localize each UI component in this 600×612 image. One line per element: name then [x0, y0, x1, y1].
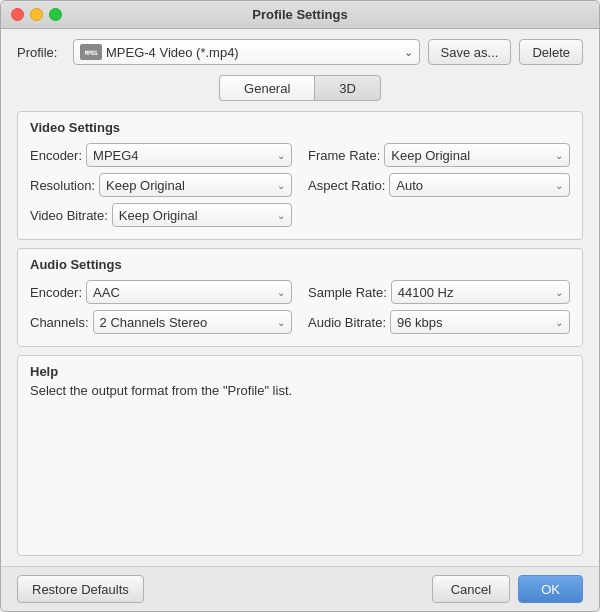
profile-dropdown-arrow-icon: ⌄: [404, 46, 413, 59]
audio-encoder-arrow-icon: ⌄: [277, 287, 285, 298]
encoder-select[interactable]: MPEG4 ⌄: [86, 143, 292, 167]
audio-bitrate-label: Audio Bitrate:: [308, 315, 386, 330]
profile-label: Profile:: [17, 45, 65, 60]
profile-settings-window: Profile Settings Profile: MPEG MPEG-4 Vi…: [0, 0, 600, 612]
bottom-bar: Restore Defaults Cancel OK: [1, 566, 599, 611]
sample-rate-label: Sample Rate:: [308, 285, 387, 300]
audio-bitrate-value: 96 kbps: [397, 315, 443, 330]
audio-settings-section: Audio Settings Encoder: AAC ⌄ Sample Rat…: [17, 248, 583, 347]
audio-bitrate-row: Audio Bitrate: 96 kbps ⌄: [308, 310, 570, 334]
close-button[interactable]: [11, 8, 24, 21]
profile-select-icon: MPEG: [80, 44, 102, 60]
tab-general[interactable]: General: [219, 75, 314, 101]
channels-row: Channels: 2 Channels Stereo ⌄: [30, 310, 292, 334]
tab-3d[interactable]: 3D: [314, 75, 381, 101]
profile-select[interactable]: MPEG MPEG-4 Video (*.mp4) ⌄: [73, 39, 420, 65]
video-bitrate-row: Video Bitrate: Keep Original ⌄: [30, 203, 292, 227]
frame-rate-value: Keep Original: [391, 148, 470, 163]
tabs-row: General 3D: [17, 75, 583, 101]
audio-encoder-select[interactable]: AAC ⌄: [86, 280, 292, 304]
delete-button[interactable]: Delete: [519, 39, 583, 65]
aspect-ratio-value: Auto: [396, 178, 423, 193]
help-title: Help: [30, 364, 570, 379]
channels-value: 2 Channels Stereo: [100, 315, 208, 330]
resolution-label: Resolution:: [30, 178, 95, 193]
encoder-arrow-icon: ⌄: [277, 150, 285, 161]
help-text: Select the output format from the "Profi…: [30, 383, 570, 398]
resolution-value: Keep Original: [106, 178, 185, 193]
video-settings-title: Video Settings: [30, 120, 570, 135]
encoder-row: Encoder: MPEG4 ⌄: [30, 143, 292, 167]
title-bar: Profile Settings: [1, 1, 599, 29]
bottom-right-buttons: Cancel OK: [432, 575, 583, 603]
restore-defaults-button[interactable]: Restore Defaults: [17, 575, 144, 603]
resolution-arrow-icon: ⌄: [277, 180, 285, 191]
sample-rate-value: 44100 Hz: [398, 285, 454, 300]
video-settings-section: Video Settings Encoder: MPEG4 ⌄ Frame Ra…: [17, 111, 583, 240]
audio-settings-title: Audio Settings: [30, 257, 570, 272]
audio-encoder-value: AAC: [93, 285, 120, 300]
audio-encoder-row: Encoder: AAC ⌄: [30, 280, 292, 304]
resolution-row: Resolution: Keep Original ⌄: [30, 173, 292, 197]
profile-row: Profile: MPEG MPEG-4 Video (*.mp4) ⌄ Sav…: [17, 39, 583, 65]
encoder-value: MPEG4: [93, 148, 139, 163]
sample-rate-row: Sample Rate: 44100 Hz ⌄: [308, 280, 570, 304]
video-bitrate-value: Keep Original: [119, 208, 198, 223]
save-as-button[interactable]: Save as...: [428, 39, 512, 65]
help-section: Help Select the output format from the "…: [17, 355, 583, 556]
sample-rate-select[interactable]: 44100 Hz ⌄: [391, 280, 570, 304]
video-settings-grid: Encoder: MPEG4 ⌄ Frame Rate: Keep Origin…: [30, 143, 570, 227]
frame-rate-label: Frame Rate:: [308, 148, 380, 163]
minimize-button[interactable]: [30, 8, 43, 21]
profile-select-text: MPEG-4 Video (*.mp4): [106, 45, 400, 60]
channels-select[interactable]: 2 Channels Stereo ⌄: [93, 310, 292, 334]
aspect-ratio-label: Aspect Ratio:: [308, 178, 385, 193]
resolution-select[interactable]: Keep Original ⌄: [99, 173, 292, 197]
frame-rate-select[interactable]: Keep Original ⌄: [384, 143, 570, 167]
maximize-button[interactable]: [49, 8, 62, 21]
window-controls: [11, 8, 62, 21]
channels-arrow-icon: ⌄: [277, 317, 285, 328]
sample-rate-arrow-icon: ⌄: [555, 287, 563, 298]
channels-label: Channels:: [30, 315, 89, 330]
encoder-label: Encoder:: [30, 148, 82, 163]
audio-settings-grid: Encoder: AAC ⌄ Sample Rate: 44100 Hz ⌄: [30, 280, 570, 334]
aspect-ratio-select[interactable]: Auto ⌄: [389, 173, 570, 197]
video-bitrate-select[interactable]: Keep Original ⌄: [112, 203, 292, 227]
audio-encoder-label: Encoder:: [30, 285, 82, 300]
cancel-button[interactable]: Cancel: [432, 575, 510, 603]
ok-button[interactable]: OK: [518, 575, 583, 603]
frame-rate-arrow-icon: ⌄: [555, 150, 563, 161]
audio-bitrate-select[interactable]: 96 kbps ⌄: [390, 310, 570, 334]
window-title: Profile Settings: [252, 7, 347, 22]
aspect-ratio-row: Aspect Ratio: Auto ⌄: [308, 173, 570, 197]
aspect-ratio-arrow-icon: ⌄: [555, 180, 563, 191]
video-bitrate-label: Video Bitrate:: [30, 208, 108, 223]
frame-rate-row: Frame Rate: Keep Original ⌄: [308, 143, 570, 167]
audio-bitrate-arrow-icon: ⌄: [555, 317, 563, 328]
main-content: Profile: MPEG MPEG-4 Video (*.mp4) ⌄ Sav…: [1, 29, 599, 566]
video-bitrate-arrow-icon: ⌄: [277, 210, 285, 221]
